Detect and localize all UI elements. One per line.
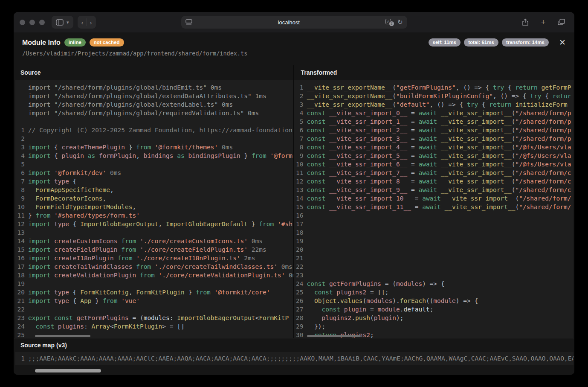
line-number: 6: [15, 169, 28, 177]
code-line: 5const __vite_ssr_import_1__ = await __v…: [294, 117, 574, 126]
sourcemap-section: Source map (v3) 1 ;;;AAEA;AAAkC;AAAA;AAA…: [14, 338, 574, 374]
code-text: const __vite_ssr_import_2__ = await __vi…: [307, 126, 571, 134]
code-text: const __vite_ssr_import_9__ = await __vi…: [307, 186, 571, 194]
line-number: [15, 117, 28, 126]
line-number: 2: [294, 92, 307, 100]
code-text: import createCustomIcons from './core/cr…: [28, 237, 263, 245]
line-number: 21: [294, 254, 307, 262]
reader-icon[interactable]: [185, 19, 192, 25]
code-line: 4import { plugin as formPlugin, bindings…: [15, 151, 293, 160]
code-text: const __vite_ssr_import_0__ = await __vi…: [307, 109, 571, 117]
line-number: 6: [294, 126, 307, 134]
new-tab-button[interactable]: +: [536, 16, 550, 29]
code-line: import "/shared/form/plugins/global/exte…: [15, 100, 293, 109]
code-line: 11const __vite_ssr_import_7__ = await __…: [294, 169, 574, 177]
code-line: 10const __vite_ssr_import_6__ = await __…: [294, 160, 574, 169]
code-line: 6const __vite_ssr_import_2__ = await __v…: [294, 126, 574, 134]
line-number: 11: [294, 169, 307, 177]
inline-badge: inline: [64, 38, 86, 47]
code-line: 28 plugins2.push(plugin);: [294, 314, 574, 322]
transformed-code[interactable]: 1__vite_ssr_exportName__("getFormPlugins…: [294, 80, 574, 338]
code-line: 17import createTailwindClasses from './c…: [15, 262, 293, 271]
code-text: import type {: [28, 177, 77, 186]
line-number: 18: [294, 228, 307, 237]
line-number: 5: [15, 160, 28, 169]
code-line: 25 const plugins2 = [];: [294, 288, 574, 297]
line-number: 19: [15, 279, 28, 288]
code-line: 14import createCustomIcons from './core/…: [15, 237, 293, 245]
close-window-button[interactable]: [20, 20, 25, 25]
zoom-window-button[interactable]: [39, 20, 45, 25]
close-icon[interactable]: ✕: [559, 38, 566, 47]
sourcemap-code[interactable]: 1 ;;;AAEA;AAAkC;AAAA;AAAA;AAAA;AAClC;AAE…: [15, 352, 574, 365]
code-text: const plugins2 = [];: [307, 288, 389, 297]
line-number: 23: [15, 314, 28, 322]
line-number: 12: [294, 177, 307, 186]
code-text: import createTailwindClasses from './cor…: [28, 262, 293, 271]
address-bar[interactable]: localhost A文 ↻: [181, 16, 407, 29]
line-number: 27: [294, 305, 307, 314]
line-number: 7: [294, 134, 307, 143]
share-button[interactable]: [518, 16, 533, 29]
line-number: 10: [15, 203, 28, 211]
self-time-badge: self: 11ms: [429, 38, 461, 47]
code-line: import "/shared/form/plugins/global/requ…: [15, 109, 293, 117]
code-text: import createFieldPlugin from './core/cr…: [28, 245, 266, 254]
timing-stats: self: 11ms total: 61ms transform: 14ms: [429, 38, 549, 47]
browser-window: ▾ ‹ › localhost A文 ↻ +: [14, 12, 574, 375]
sourcemap-hscrollbar[interactable]: [35, 369, 101, 372]
transform-time-badge: transform: 14ms: [502, 38, 549, 47]
line-number: 9: [15, 194, 28, 203]
code-line: 22: [15, 305, 293, 314]
code-line: 13: [15, 228, 293, 237]
line-number: 22: [294, 262, 307, 271]
source-panel: Source import "/shared/form/plugins/glob…: [14, 65, 294, 338]
code-text: import type { App } from 'vue': [28, 297, 140, 305]
sourcemap-mappings: ;;;AAEA;AAAkC;AAAA;AAAA;AAAA;AAClC;AAEA;…: [28, 354, 574, 363]
code-text: const __vite_ssr_import_7__ = await __vi…: [307, 169, 571, 177]
line-number: 15: [15, 245, 28, 254]
line-number: [15, 109, 28, 117]
line-number: 12: [15, 220, 28, 228]
traffic-lights: [20, 20, 45, 25]
code-text: import createI18nPlugin from './core/cre…: [28, 254, 255, 262]
back-button[interactable]: ‹: [78, 16, 87, 29]
history-nav: ‹ ›: [78, 16, 96, 29]
code-line: 9 FormDecoratorIcons,: [15, 194, 293, 203]
code-line: 23: [294, 271, 574, 279]
forward-button[interactable]: ›: [87, 16, 95, 29]
line-number: [15, 83, 28, 92]
import-widget-text: import "/shared/form/plugins/global/exte…: [28, 100, 233, 109]
url-text: localhost: [192, 19, 385, 26]
line-number: 8: [15, 186, 28, 194]
reload-icon[interactable]: ↻: [397, 18, 403, 26]
code-line: 20: [294, 245, 574, 254]
code-line: 1 ;;;AAEA;AAAkC;AAAA;AAAA;AAAA;AAClC;AAE…: [15, 354, 574, 363]
code-text: import type { ImportGlobEagerOutput, Imp…: [28, 220, 293, 228]
line-number: 28: [294, 314, 307, 322]
code-text: import { createThemePlugin } from '@form…: [28, 143, 233, 151]
sourcemap-title: Source map (v3): [14, 338, 574, 352]
code-line: 9const __vite_ssr_import_5__ = await __v…: [294, 151, 574, 160]
line-number: 4: [294, 109, 307, 117]
code-text: const __vite_ssr_import_6__ = await __vi…: [307, 160, 571, 169]
code-line: import "/shared/form/plugins/global/exte…: [15, 92, 293, 100]
code-line: 2: [15, 134, 293, 143]
transformed-hscrollbar[interactable]: [307, 335, 361, 337]
source-hscrollbar[interactable]: [35, 335, 90, 337]
translate-icon[interactable]: A文: [385, 18, 394, 26]
code-line: 15import createFieldPlugin from './core/…: [15, 245, 293, 254]
tabs-overview-button[interactable]: [554, 16, 568, 29]
page-title: Module Info: [22, 39, 61, 47]
total-time-badge: total: 61ms: [464, 38, 498, 47]
line-number: 26: [294, 297, 307, 305]
line-number: 7: [15, 177, 28, 186]
sidebar-toggle[interactable]: ▾: [52, 16, 73, 29]
line-number: 14: [294, 194, 307, 203]
code-text: const __vite_ssr_import_5__ = await __vi…: [307, 151, 571, 160]
import-widget-text: import "/shared/form/plugins/global/exte…: [28, 92, 266, 100]
source-code[interactable]: import "/shared/form/plugins/global/bind…: [15, 80, 293, 338]
line-number: 17: [15, 262, 28, 271]
code-line: 21import type { App } from 'vue': [15, 297, 293, 305]
minimize-window-button[interactable]: [29, 20, 35, 25]
